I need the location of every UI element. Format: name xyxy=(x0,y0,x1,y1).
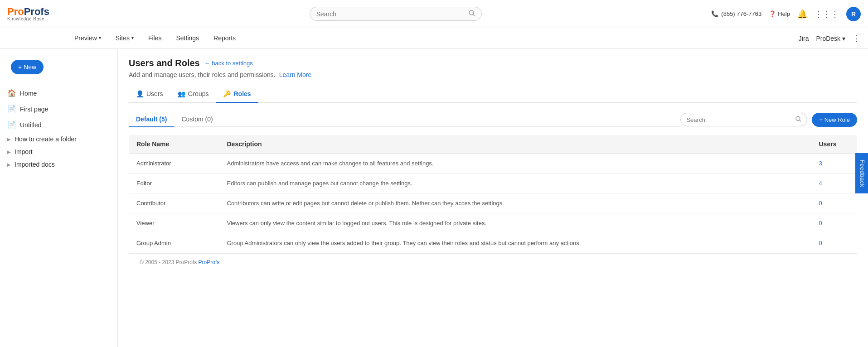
role-description-cell: Viewers can only view the content simila… xyxy=(220,213,812,233)
sidebar-item-imported-docs[interactable]: ▶ Imported docs xyxy=(0,158,117,171)
role-users-cell: 3 xyxy=(812,154,857,174)
nav-settings[interactable]: Settings xyxy=(174,28,201,48)
nav-reports[interactable]: Reports xyxy=(212,28,238,48)
subtitle-text: Add and manage users, their roles and pe… xyxy=(129,71,276,78)
sub-tabs-row: Default (5) Custom (0) + New Role xyxy=(129,112,857,127)
back-link[interactable]: ← back to settings xyxy=(204,60,253,67)
new-button[interactable]: + New xyxy=(11,60,44,74)
sub-tab-default-label: Default (5) xyxy=(136,116,167,123)
nav-preview-label: Preview xyxy=(74,34,97,42)
sidebar-import-label: Import xyxy=(15,148,33,155)
role-description-cell: Administrators have access and can make … xyxy=(220,154,812,174)
footer-copyright: © 2005 - 2023 ProProfs xyxy=(140,259,197,265)
footer-link[interactable]: ProProfs xyxy=(199,259,220,265)
user-count-link[interactable]: 4 xyxy=(819,180,822,187)
sidebar-first-page-label: First page xyxy=(20,106,48,113)
table-row: Contributor Contributors can write or ed… xyxy=(129,193,857,213)
chevron-right-icon: ▶ xyxy=(7,137,11,142)
top-bar: ProProfs Knowledge Base 📞 (855) 776-7763… xyxy=(0,0,868,28)
sidebar-item-home[interactable]: 🏠 Home xyxy=(0,85,117,101)
avatar[interactable]: R xyxy=(846,7,861,21)
users-tab-label: Users xyxy=(146,90,163,97)
col-header-description: Description xyxy=(220,135,812,154)
sidebar-item-first-page[interactable]: 📄 First page xyxy=(0,101,117,117)
new-role-button[interactable]: + New Role xyxy=(812,113,857,127)
sidebar-item-import[interactable]: ▶ Import xyxy=(0,145,117,158)
col-header-users: Users xyxy=(812,135,857,154)
role-name-cell: Contributor xyxy=(129,193,220,213)
page-icon-2: 📄 xyxy=(7,120,16,129)
role-users-cell: 4 xyxy=(812,174,857,193)
nav-sites[interactable]: Sites ▾ xyxy=(114,28,136,48)
roles-table: Role Name Description Users Administrato… xyxy=(129,135,857,253)
role-description-cell: Group Administrators can only view the u… xyxy=(220,233,812,253)
chevron-right-icon-2: ▶ xyxy=(7,149,11,154)
feedback-tab[interactable]: Feedback xyxy=(855,153,868,193)
user-count-link[interactable]: 0 xyxy=(819,240,822,246)
search-box xyxy=(310,7,482,21)
sub-tab-custom-label: Custom (0) xyxy=(181,116,213,123)
nav-jira[interactable]: Jira xyxy=(799,35,809,42)
roles-tab-label: Roles xyxy=(233,90,251,97)
sidebar-item-how-to-create[interactable]: ▶ How to create a folder xyxy=(0,133,117,145)
role-name-cell: Group Admin xyxy=(129,233,220,253)
tab-groups[interactable]: 👥 Groups xyxy=(170,86,216,103)
table-header-row: Role Name Description Users xyxy=(129,135,857,154)
logo: ProProfs Knowledge Base xyxy=(7,7,80,21)
role-description-cell: Editors can publish and manage pages but… xyxy=(220,174,812,193)
nav-more-icon[interactable]: ⋮ xyxy=(853,34,861,43)
nav-files[interactable]: Files xyxy=(146,28,164,48)
sub-tab-default[interactable]: Default (5) xyxy=(129,112,174,127)
user-count-link[interactable]: 0 xyxy=(819,200,822,207)
sidebar-item-untitled[interactable]: 📄 Untitled xyxy=(0,117,117,133)
user-count-link[interactable]: 0 xyxy=(819,220,822,227)
grid-icon[interactable]: ⋮⋮⋮ xyxy=(815,9,839,19)
sub-tabs-actions: + New Role xyxy=(680,113,857,127)
svg-line-1 xyxy=(473,14,475,16)
search-roles-box xyxy=(680,113,807,126)
role-users-cell: 0 xyxy=(812,213,857,233)
help-label: Help xyxy=(778,10,790,17)
sub-tab-custom[interactable]: Custom (0) xyxy=(174,112,220,127)
tab-roles[interactable]: 🔑 Roles xyxy=(216,86,258,103)
col-header-role-name: Role Name xyxy=(129,135,220,154)
sidebar-home-label: Home xyxy=(20,90,37,97)
bell-icon[interactable]: 🔔 xyxy=(797,9,807,19)
content-area: Users and Roles ← back to settings Add a… xyxy=(118,49,868,347)
role-users-cell: 0 xyxy=(812,193,857,213)
groups-tab-label: Groups xyxy=(188,90,209,97)
search-roles-input[interactable] xyxy=(686,116,795,123)
nav-prodesk[interactable]: ProDesk ▾ xyxy=(816,35,845,42)
phone-link[interactable]: 📞 (855) 776-7763 xyxy=(711,10,761,17)
nav-sites-label: Sites xyxy=(116,34,130,42)
footer: © 2005 - 2023 ProProfs ProProfs xyxy=(129,253,857,271)
help-link[interactable]: ❓ Help xyxy=(769,10,790,17)
nav-settings-label: Settings xyxy=(176,34,199,42)
sidebar-how-to-label: How to create a folder xyxy=(15,135,77,143)
nav-sites-chevron: ▾ xyxy=(131,35,134,40)
table-row: Viewer Viewers can only view the content… xyxy=(129,213,857,233)
users-tab-icon: 👤 xyxy=(136,90,144,97)
page-title: Users and Roles xyxy=(129,58,200,68)
nav-right: Jira ProDesk ▾ ⋮ xyxy=(799,34,861,43)
role-name-cell: Administrator xyxy=(129,154,220,174)
logo-subtitle: Knowledge Base xyxy=(7,17,80,21)
groups-tab-icon: 👥 xyxy=(178,90,185,97)
role-name-cell: Viewer xyxy=(129,213,220,233)
chevron-right-icon-3: ▶ xyxy=(7,162,11,167)
nav-preview-chevron: ▾ xyxy=(99,35,101,40)
role-name-cell: Editor xyxy=(129,174,220,193)
search-roles-icon xyxy=(795,116,801,123)
sub-tabs: Default (5) Custom (0) xyxy=(129,112,680,127)
nav-files-label: Files xyxy=(148,34,162,42)
phone-number: (855) 776-7763 xyxy=(721,10,761,17)
help-icon: ❓ xyxy=(769,10,776,17)
sidebar-imported-docs-label: Imported docs xyxy=(15,161,55,168)
search-input[interactable] xyxy=(316,10,466,18)
user-count-link[interactable]: 3 xyxy=(819,160,822,167)
search-area xyxy=(80,7,711,21)
learn-more-link[interactable]: Learn More xyxy=(279,71,312,78)
tab-users[interactable]: 👤 Users xyxy=(129,86,170,103)
nav-preview[interactable]: Preview ▾ xyxy=(73,28,103,48)
nav-reports-label: Reports xyxy=(213,34,236,42)
